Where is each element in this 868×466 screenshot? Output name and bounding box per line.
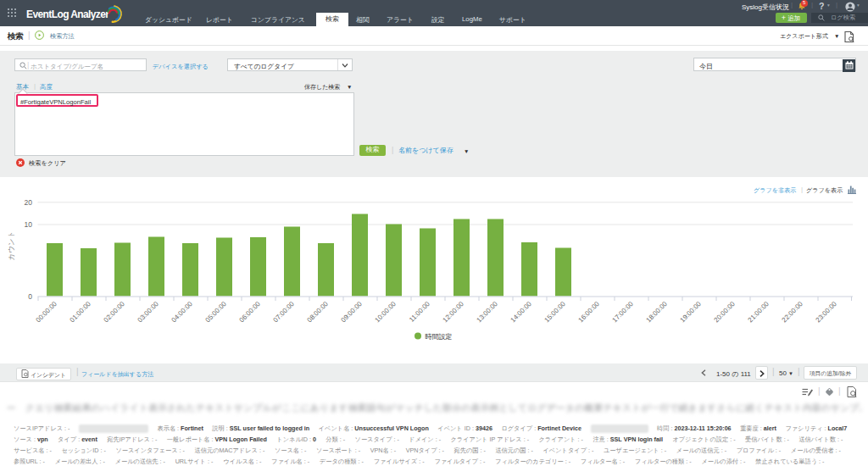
svg-text:08:00:00: 08:00:00: [306, 300, 331, 325]
svg-text:20:00:00: 20:00:00: [713, 300, 737, 325]
svg-text:23:00:00: 23:00:00: [815, 300, 839, 325]
svg-text:22:00:00: 22:00:00: [781, 300, 805, 325]
svg-text:20: 20: [25, 198, 33, 207]
svg-text:16:00:00: 16:00:00: [577, 300, 602, 325]
svg-text:時間設定: 時間設定: [426, 333, 453, 341]
svg-text:17:00:00: 17:00:00: [611, 300, 636, 325]
svg-text:09:00:00: 09:00:00: [340, 300, 364, 325]
svg-text:10: 10: [25, 220, 33, 229]
svg-text:18:00:00: 18:00:00: [645, 300, 670, 325]
svg-text:03:00:00: 03:00:00: [136, 300, 161, 325]
svg-text:06:00:00: 06:00:00: [238, 300, 263, 325]
svg-text:14:00:00: 14:00:00: [509, 300, 534, 325]
svg-text:11:00:00: 11:00:00: [408, 300, 431, 324]
svg-text:13:00:00: 13:00:00: [476, 300, 500, 325]
svg-text:0: 0: [28, 292, 32, 301]
svg-text:15:00:00: 15:00:00: [543, 300, 568, 325]
svg-text:21:00:00: 21:00:00: [747, 300, 771, 325]
svg-text:04:00:00: 04:00:00: [170, 300, 195, 325]
svg-text:05:00:00: 05:00:00: [204, 300, 229, 325]
svg-text:12:00:00: 12:00:00: [442, 300, 466, 325]
svg-text:10:00:00: 10:00:00: [374, 300, 398, 325]
svg-text:01:00:00: 01:00:00: [69, 300, 93, 325]
svg-text:02:00:00: 02:00:00: [103, 300, 127, 325]
svg-text:19:00:00: 19:00:00: [679, 300, 704, 325]
svg-text:カウント: カウント: [7, 231, 15, 261]
svg-text:07:00:00: 07:00:00: [272, 300, 297, 325]
svg-text:00:00:00: 00:00:00: [35, 300, 59, 325]
